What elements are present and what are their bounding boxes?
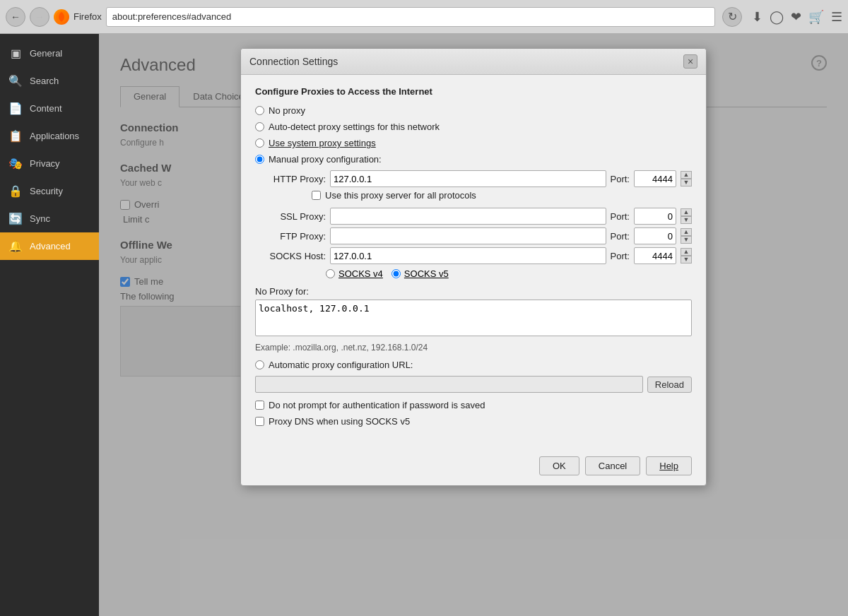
socks-version-row: SOCKS v4 SOCKS v5 [326, 268, 692, 279]
ftp-port-input[interactable] [634, 227, 676, 244]
use-for-all-checkbox[interactable] [312, 191, 321, 200]
no-proxy-radio[interactable] [255, 106, 264, 115]
sidebar-item-search[interactable]: 🔍 Search [0, 67, 99, 95]
sidebar: ▣ General 🔍 Search 📄 Content 📋 Applicati… [0, 34, 99, 616]
socks-port-input[interactable] [634, 247, 676, 264]
sidebar-item-general[interactable]: ▣ General [0, 40, 99, 67]
socks-port-down[interactable]: ▼ [681, 256, 692, 263]
sidebar-item-content[interactable]: 📄 Content [0, 95, 99, 122]
sidebar-item-sync[interactable]: 🔄 Sync [0, 205, 99, 232]
http-proxy-input[interactable] [330, 170, 606, 187]
http-port-spinner[interactable]: ▲ ▼ [681, 171, 692, 186]
use-system-label: Use system proxy settings [269, 138, 376, 148]
socks-v5-radio[interactable] [391, 269, 401, 278]
dns-checkbox[interactable] [255, 417, 264, 426]
socks-v4-label: SOCKS v4 [338, 268, 383, 279]
dns-label: Proxy DNS when using SOCKS v5 [269, 416, 410, 427]
ftp-port-down[interactable]: ▼ [681, 236, 692, 244]
use-system-radio[interactable] [255, 138, 264, 148]
download-icon[interactable]: ⬇ [752, 9, 762, 25]
sidebar-item-privacy[interactable]: 🎭 Privacy [0, 150, 99, 177]
manual-label: Manual proxy configuration: [269, 154, 382, 165]
sidebar-label-security: Security [30, 186, 63, 196]
dialog-titlebar: Connection Settings × [241, 49, 706, 75]
advanced-icon: 🔔 [8, 239, 23, 253]
http-port-input[interactable] [634, 170, 676, 187]
socks-host-input[interactable] [330, 247, 606, 264]
auth-checkbox[interactable] [255, 401, 264, 410]
sidebar-item-security[interactable]: 🔒 Security [0, 177, 99, 205]
ssl-port-spinner[interactable]: ▲ ▼ [681, 208, 692, 224]
reload-button[interactable]: Reload [647, 377, 692, 393]
ftp-port-up[interactable]: ▲ [681, 228, 692, 236]
back-button[interactable]: ← [6, 7, 25, 27]
ssl-proxy-input[interactable] [330, 208, 606, 225]
help-button[interactable]: Help [646, 456, 692, 475]
ssl-port-label: Port: [611, 211, 630, 222]
auth-checkbox-row: Do not prompt for authentication if pass… [255, 400, 692, 410]
dialog-close-button[interactable]: × [683, 54, 697, 69]
auth-label: Do not prompt for authentication if pass… [269, 400, 485, 410]
use-for-all-row: Use this proxy server for all protocols [312, 190, 692, 201]
app-layout: ▣ General 🔍 Search 📄 Content 📋 Applicati… [0, 34, 848, 616]
address-bar[interactable]: about:preferences#advanced [106, 7, 715, 27]
ssl-port-down[interactable]: ▼ [681, 216, 692, 224]
modal-backdrop: Connection Settings × Configure Proxies … [99, 34, 848, 616]
auto-config-radio[interactable] [255, 360, 264, 369]
ssl-proxy-row: SSL Proxy: Port: ▲ ▼ [269, 208, 692, 225]
http-proxy-label: HTTP Proxy: [269, 174, 326, 184]
sidebar-item-advanced[interactable]: 🔔 Advanced [0, 232, 99, 260]
dns-checkbox-row: Proxy DNS when using SOCKS v5 [255, 416, 692, 427]
auto-detect-radio[interactable] [255, 122, 264, 131]
radio-auto-detect: Auto-detect proxy settings for this netw… [255, 122, 692, 132]
ok-button[interactable]: OK [539, 456, 579, 475]
auto-proxy-label: Automatic proxy configuration URL: [269, 360, 413, 370]
auto-proxy-input[interactable] [255, 376, 643, 393]
auto-proxy-url-row: Reload [255, 376, 692, 393]
http-proxy-row: HTTP Proxy: Port: ▲ ▼ [269, 170, 692, 187]
ftp-port-label: Port: [611, 231, 630, 242]
auto-detect-label: Auto-detect proxy settings for this netw… [269, 122, 440, 132]
ssl-port-input[interactable] [634, 208, 676, 225]
menu-icon[interactable]: ☰ [831, 9, 842, 25]
url-text: about:preferences#advanced [112, 11, 231, 22]
sidebar-label-applications: Applications [30, 131, 79, 141]
radio-use-system: Use system proxy settings [255, 138, 692, 148]
content-icon: 📄 [8, 102, 23, 115]
no-proxy-for-label: No Proxy for: [255, 286, 692, 297]
sidebar-label-content: Content [30, 103, 62, 114]
ftp-proxy-label: FTP Proxy: [269, 231, 326, 242]
connection-settings-dialog: Connection Settings × Configure Proxies … [240, 48, 707, 486]
manual-radio[interactable] [255, 155, 264, 164]
ftp-proxy-input[interactable] [330, 227, 606, 244]
cancel-button[interactable]: Cancel [585, 456, 640, 475]
sidebar-label-search: Search [30, 76, 59, 86]
ssl-port-up[interactable]: ▲ [681, 208, 692, 216]
socks-port-up[interactable]: ▲ [681, 248, 692, 256]
dialog-body: Configure Proxies to Access the Internet… [241, 75, 706, 449]
firefox-logo [54, 9, 69, 25]
bottom-checkboxes: Do not prompt for authentication if pass… [255, 400, 692, 427]
no-proxy-section: No Proxy for: localhost, 127.0.0.1 [255, 286, 692, 338]
http-port-up[interactable]: ▲ [681, 171, 692, 179]
forward-button[interactable]: → [30, 7, 49, 27]
socks-host-row: SOCKS Host: Port: ▲ ▼ [269, 247, 692, 264]
content-area: Advanced ? General Data Choices Network … [99, 34, 848, 616]
general-icon: ▣ [8, 47, 23, 60]
http-port-down[interactable]: ▼ [681, 179, 692, 186]
cart-icon[interactable]: 🛒 [808, 9, 824, 25]
browser-toolbar: ⬇ ◯ ❤ 🛒 ☰ [752, 9, 842, 25]
sidebar-item-applications[interactable]: 📋 Applications [0, 122, 99, 150]
socks-v4-radio[interactable] [326, 269, 335, 278]
reload-button[interactable]: ↻ [722, 7, 742, 27]
no-proxy-textarea[interactable]: localhost, 127.0.0.1 [255, 300, 692, 336]
socks-v5-option: SOCKS v5 [391, 268, 449, 279]
tab-icon[interactable]: ◯ [770, 9, 784, 25]
dialog-buttons: OK Cancel Help [241, 449, 706, 485]
socks-port-spinner[interactable]: ▲ ▼ [681, 248, 692, 263]
proxy-group-label: Configure Proxies to Access the Internet [255, 86, 692, 97]
search-icon: 🔍 [8, 74, 23, 88]
sidebar-label-general: General [30, 48, 62, 59]
pocket-icon[interactable]: ❤ [791, 9, 801, 25]
ftp-port-spinner[interactable]: ▲ ▼ [681, 228, 692, 244]
